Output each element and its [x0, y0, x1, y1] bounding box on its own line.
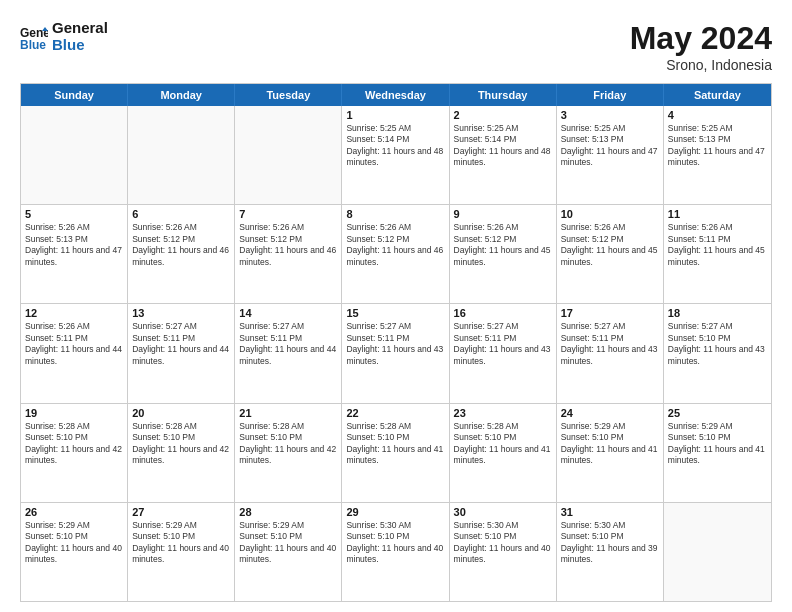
calendar-cell: 14Sunrise: 5:27 AM Sunset: 5:11 PM Dayli…	[235, 304, 342, 402]
day-number: 14	[239, 307, 337, 319]
cell-info: Sunrise: 5:29 AM Sunset: 5:10 PM Dayligh…	[239, 520, 337, 566]
cell-info: Sunrise: 5:29 AM Sunset: 5:10 PM Dayligh…	[561, 421, 659, 467]
day-header-thursday: Thursday	[450, 84, 557, 106]
cell-info: Sunrise: 5:26 AM Sunset: 5:12 PM Dayligh…	[346, 222, 444, 268]
calendar-cell: 10Sunrise: 5:26 AM Sunset: 5:12 PM Dayli…	[557, 205, 664, 303]
calendar-cell: 28Sunrise: 5:29 AM Sunset: 5:10 PM Dayli…	[235, 503, 342, 601]
cell-info: Sunrise: 5:29 AM Sunset: 5:10 PM Dayligh…	[25, 520, 123, 566]
calendar-cell: 7Sunrise: 5:26 AM Sunset: 5:12 PM Daylig…	[235, 205, 342, 303]
calendar-cell: 5Sunrise: 5:26 AM Sunset: 5:13 PM Daylig…	[21, 205, 128, 303]
day-number: 30	[454, 506, 552, 518]
calendar-cell: 26Sunrise: 5:29 AM Sunset: 5:10 PM Dayli…	[21, 503, 128, 601]
cell-info: Sunrise: 5:27 AM Sunset: 5:11 PM Dayligh…	[239, 321, 337, 367]
day-header-tuesday: Tuesday	[235, 84, 342, 106]
day-number: 29	[346, 506, 444, 518]
calendar-cell: 8Sunrise: 5:26 AM Sunset: 5:12 PM Daylig…	[342, 205, 449, 303]
calendar-cell: 15Sunrise: 5:27 AM Sunset: 5:11 PM Dayli…	[342, 304, 449, 402]
day-number: 23	[454, 407, 552, 419]
calendar-cell	[21, 106, 128, 204]
calendar-cell: 13Sunrise: 5:27 AM Sunset: 5:11 PM Dayli…	[128, 304, 235, 402]
day-number: 8	[346, 208, 444, 220]
calendar-cell	[664, 503, 771, 601]
cell-info: Sunrise: 5:27 AM Sunset: 5:11 PM Dayligh…	[346, 321, 444, 367]
day-number: 5	[25, 208, 123, 220]
calendar-cell	[235, 106, 342, 204]
calendar-cell: 25Sunrise: 5:29 AM Sunset: 5:10 PM Dayli…	[664, 404, 771, 502]
cell-info: Sunrise: 5:30 AM Sunset: 5:10 PM Dayligh…	[346, 520, 444, 566]
day-number: 25	[668, 407, 767, 419]
calendar-cell: 20Sunrise: 5:28 AM Sunset: 5:10 PM Dayli…	[128, 404, 235, 502]
cell-info: Sunrise: 5:26 AM Sunset: 5:13 PM Dayligh…	[25, 222, 123, 268]
calendar-week-4: 19Sunrise: 5:28 AM Sunset: 5:10 PM Dayli…	[21, 404, 771, 503]
month-year: May 2024	[630, 20, 772, 57]
day-number: 16	[454, 307, 552, 319]
calendar-cell: 6Sunrise: 5:26 AM Sunset: 5:12 PM Daylig…	[128, 205, 235, 303]
cell-info: Sunrise: 5:25 AM Sunset: 5:13 PM Dayligh…	[561, 123, 659, 169]
cell-info: Sunrise: 5:27 AM Sunset: 5:11 PM Dayligh…	[561, 321, 659, 367]
logo-blue: Blue	[52, 37, 108, 54]
calendar-cell: 19Sunrise: 5:28 AM Sunset: 5:10 PM Dayli…	[21, 404, 128, 502]
day-number: 1	[346, 109, 444, 121]
calendar-cell: 24Sunrise: 5:29 AM Sunset: 5:10 PM Dayli…	[557, 404, 664, 502]
day-header-saturday: Saturday	[664, 84, 771, 106]
calendar-cell: 9Sunrise: 5:26 AM Sunset: 5:12 PM Daylig…	[450, 205, 557, 303]
cell-info: Sunrise: 5:27 AM Sunset: 5:10 PM Dayligh…	[668, 321, 767, 367]
calendar-cell: 22Sunrise: 5:28 AM Sunset: 5:10 PM Dayli…	[342, 404, 449, 502]
day-number: 7	[239, 208, 337, 220]
header: General Blue General Blue May 2024 Srono…	[20, 20, 772, 73]
day-number: 28	[239, 506, 337, 518]
day-number: 6	[132, 208, 230, 220]
day-number: 22	[346, 407, 444, 419]
cell-info: Sunrise: 5:29 AM Sunset: 5:10 PM Dayligh…	[132, 520, 230, 566]
day-number: 18	[668, 307, 767, 319]
calendar-week-3: 12Sunrise: 5:26 AM Sunset: 5:11 PM Dayli…	[21, 304, 771, 403]
cell-info: Sunrise: 5:26 AM Sunset: 5:12 PM Dayligh…	[454, 222, 552, 268]
cell-info: Sunrise: 5:25 AM Sunset: 5:14 PM Dayligh…	[454, 123, 552, 169]
cell-info: Sunrise: 5:25 AM Sunset: 5:14 PM Dayligh…	[346, 123, 444, 169]
cell-info: Sunrise: 5:26 AM Sunset: 5:12 PM Dayligh…	[132, 222, 230, 268]
calendar-cell: 2Sunrise: 5:25 AM Sunset: 5:14 PM Daylig…	[450, 106, 557, 204]
calendar-cell: 12Sunrise: 5:26 AM Sunset: 5:11 PM Dayli…	[21, 304, 128, 402]
calendar-cell: 4Sunrise: 5:25 AM Sunset: 5:13 PM Daylig…	[664, 106, 771, 204]
calendar-week-5: 26Sunrise: 5:29 AM Sunset: 5:10 PM Dayli…	[21, 503, 771, 601]
day-header-sunday: Sunday	[21, 84, 128, 106]
cell-info: Sunrise: 5:30 AM Sunset: 5:10 PM Dayligh…	[454, 520, 552, 566]
day-number: 3	[561, 109, 659, 121]
calendar-cell: 17Sunrise: 5:27 AM Sunset: 5:11 PM Dayli…	[557, 304, 664, 402]
cell-info: Sunrise: 5:25 AM Sunset: 5:13 PM Dayligh…	[668, 123, 767, 169]
calendar-week-2: 5Sunrise: 5:26 AM Sunset: 5:13 PM Daylig…	[21, 205, 771, 304]
day-number: 10	[561, 208, 659, 220]
day-number: 21	[239, 407, 337, 419]
day-header-friday: Friday	[557, 84, 664, 106]
day-number: 26	[25, 506, 123, 518]
day-number: 24	[561, 407, 659, 419]
day-number: 12	[25, 307, 123, 319]
calendar-cell: 18Sunrise: 5:27 AM Sunset: 5:10 PM Dayli…	[664, 304, 771, 402]
cell-info: Sunrise: 5:28 AM Sunset: 5:10 PM Dayligh…	[346, 421, 444, 467]
calendar-cell	[128, 106, 235, 204]
location: Srono, Indonesia	[630, 57, 772, 73]
day-number: 11	[668, 208, 767, 220]
day-number: 13	[132, 307, 230, 319]
calendar-cell: 31Sunrise: 5:30 AM Sunset: 5:10 PM Dayli…	[557, 503, 664, 601]
calendar-body: 1Sunrise: 5:25 AM Sunset: 5:14 PM Daylig…	[21, 106, 771, 601]
calendar-week-1: 1Sunrise: 5:25 AM Sunset: 5:14 PM Daylig…	[21, 106, 771, 205]
cell-info: Sunrise: 5:26 AM Sunset: 5:12 PM Dayligh…	[239, 222, 337, 268]
day-header-wednesday: Wednesday	[342, 84, 449, 106]
logo: General Blue General Blue	[20, 20, 108, 53]
cell-info: Sunrise: 5:26 AM Sunset: 5:11 PM Dayligh…	[25, 321, 123, 367]
calendar-cell: 1Sunrise: 5:25 AM Sunset: 5:14 PM Daylig…	[342, 106, 449, 204]
logo-general: General	[52, 20, 108, 37]
cell-info: Sunrise: 5:26 AM Sunset: 5:11 PM Dayligh…	[668, 222, 767, 268]
svg-text:Blue: Blue	[20, 38, 46, 51]
cell-info: Sunrise: 5:28 AM Sunset: 5:10 PM Dayligh…	[454, 421, 552, 467]
day-number: 17	[561, 307, 659, 319]
calendar: SundayMondayTuesdayWednesdayThursdayFrid…	[20, 83, 772, 602]
cell-info: Sunrise: 5:26 AM Sunset: 5:12 PM Dayligh…	[561, 222, 659, 268]
cell-info: Sunrise: 5:28 AM Sunset: 5:10 PM Dayligh…	[25, 421, 123, 467]
calendar-cell: 21Sunrise: 5:28 AM Sunset: 5:10 PM Dayli…	[235, 404, 342, 502]
calendar-cell: 30Sunrise: 5:30 AM Sunset: 5:10 PM Dayli…	[450, 503, 557, 601]
day-number: 15	[346, 307, 444, 319]
cell-info: Sunrise: 5:27 AM Sunset: 5:11 PM Dayligh…	[454, 321, 552, 367]
calendar-cell: 16Sunrise: 5:27 AM Sunset: 5:11 PM Dayli…	[450, 304, 557, 402]
